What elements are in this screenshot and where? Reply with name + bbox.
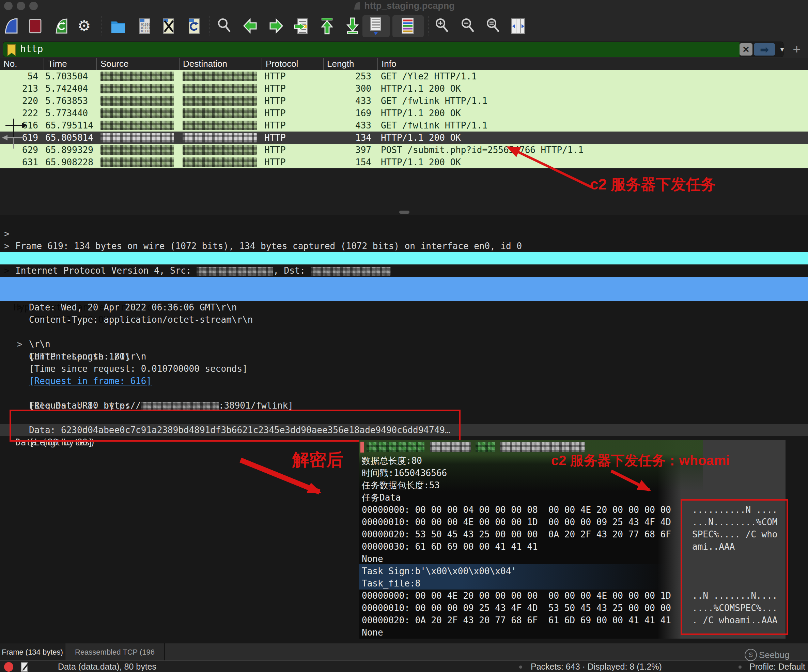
table-row[interactable]: 62965.899329 HTTP397POST /submit.php?id=…: [0, 144, 808, 156]
tab-frame-bytes[interactable]: Frame (134 bytes): [0, 644, 65, 661]
redacted-destination: [183, 96, 257, 105]
window-title: http_staging.pcapng: [364, 1, 455, 11]
detail-content-type[interactable]: Content-Type: application/octet-stream\r…: [0, 314, 808, 326]
first-packet-icon[interactable]: [319, 16, 336, 36]
table-row[interactable]: 61665.795114 HTTP433GET /fwlink HTTP/1.1: [0, 119, 808, 132]
column-length[interactable]: Length: [323, 58, 354, 70]
svg-text:01110: 01110: [141, 30, 150, 33]
terminal-line: Task_file:8: [362, 577, 420, 590]
detail-frame[interactable]: > Frame 619: 134 bytes on wire (1072 bit…: [0, 216, 808, 227]
zoom-reset-icon[interactable]: [484, 16, 501, 36]
next-packet-icon[interactable]: [267, 16, 284, 36]
display-filter-input[interactable]: http ✕ ➡ ▾: [3, 42, 783, 57]
detail-time-since[interactable]: [Time since request: 0.010700000 seconds…: [0, 363, 808, 375]
detail-tcp[interactable]: > Transmission Control Protocol, Src Por…: [0, 252, 808, 264]
annotation-ascii-redbox: [681, 499, 788, 635]
tab-reassembled-tcp[interactable]: Reassembled TCP (196 bytes): [65, 644, 165, 661]
filter-clear-button[interactable]: ✕: [740, 43, 753, 55]
zoom-in-icon[interactable]: [433, 16, 450, 36]
previous-packet-icon[interactable]: [242, 16, 259, 36]
detail-ethernet[interactable]: > Ethernet II, Src: RuijieNe_68:f3:c7 (e…: [0, 227, 808, 240]
status-bar: Data (data.data), 80 bytes Packets: 643 …: [0, 660, 808, 672]
detail-http-status[interactable]: > HTTP/1.1 200 OK\r\n: [0, 289, 808, 301]
capture-options-icon[interactable]: ⚙: [76, 16, 93, 36]
annotation-data-redbox: [10, 410, 461, 441]
table-row[interactable]: 2135.742404 HTTP300HTTP/1.1 200 OK: [0, 82, 808, 95]
terminal-line: 任务Data: [362, 491, 401, 504]
detail-content-length[interactable]: > Content-Length: 80\r\n: [0, 326, 808, 338]
filter-value[interactable]: http: [20, 43, 43, 55]
detail-http[interactable]: ∨ Hypertext Transfer Protocol: [0, 277, 808, 289]
annotation-c2-whoami: c2 服务器下发任务：whoami: [551, 451, 730, 470]
save-file-icon[interactable]: 01010 0110101110: [136, 16, 153, 36]
column-source[interactable]: Source: [97, 58, 129, 70]
terminal-line: None: [362, 553, 383, 565]
filter-apply-button[interactable]: ➡: [754, 43, 775, 55]
detail-request-in-frame-link[interactable]: [Request in frame: 616]: [0, 375, 808, 387]
table-row[interactable]: 63165.908228 HTTP154HTTP/1.1 200 OK: [0, 156, 808, 168]
wireshark-window: http_staging.pcapng ⚙ 01010 0110101110: [0, 0, 808, 672]
detail-date[interactable]: Date: Wed, 20 Apr 2022 06:36:06 GMT\r\n: [0, 301, 808, 314]
detail-reassembled[interactable]: > [2 Reassembled TCP Segments (196 bytes…: [0, 264, 808, 277]
table-row[interactable]: 2225.773440 HTTP169HTTP/1.1 200 OK: [0, 107, 808, 119]
status-profile[interactable]: Profile: Default: [750, 661, 805, 672]
column-no[interactable]: No.: [0, 58, 17, 70]
last-packet-icon[interactable]: [344, 16, 361, 36]
table-row[interactable]: 2205.763853 HTTP433GET /fwlink HTTP/1.1: [0, 95, 808, 107]
redacted-source: [100, 109, 174, 118]
find-packet-icon[interactable]: [215, 16, 233, 36]
detail-crlf[interactable]: \r\n: [0, 338, 808, 350]
hex-line: 00000000: 00 00 4E 20 00 00 00 00 00 00 …: [362, 590, 671, 602]
pane-splitter-handle[interactable]: [399, 211, 409, 214]
seebug-logo-icon: S: [745, 649, 757, 661]
redacted-source: [100, 120, 174, 130]
filter-bar: http ✕ ➡ ▾ +: [0, 40, 808, 58]
byte-view-tabs: Frame (134 bytes) Reassembled TCP (196 b…: [0, 643, 808, 661]
status-field-info[interactable]: Data (data.data), 80 bytes: [58, 661, 156, 672]
go-to-packet-icon[interactable]: [293, 16, 310, 36]
terminal-line: Task_Sign:b'\x00\x00\x00\x04': [362, 565, 516, 577]
redacted-source: [100, 72, 174, 81]
open-file-icon[interactable]: [110, 16, 127, 36]
terminal-line: 时间戳:1650436566: [362, 467, 447, 479]
title-bar[interactable]: http_staging.pcapng: [0, 0, 808, 12]
table-row-selected[interactable]: 61965.805814 HTTP134HTTP/1.1 200 OK: [0, 132, 808, 144]
toolbar-separator: [209, 16, 209, 35]
table-row[interactable]: 545.703504 HTTP253GET /Yle2 HTTP/1.1: [0, 70, 808, 82]
redacted-destination: [183, 84, 257, 94]
terminal-window[interactable]: 数据总长度:80 时间戳:1650436566 任务数据包长度:53 任务Dat…: [359, 440, 786, 639]
terminal-line: 任务数据包长度:53: [362, 479, 440, 491]
reload-file-icon[interactable]: [186, 16, 203, 36]
zoom-out-icon[interactable]: [459, 16, 476, 36]
column-info[interactable]: Info: [377, 58, 396, 70]
expert-info-icon[interactable]: [20, 662, 30, 672]
capture-file-icon[interactable]: [4, 662, 13, 672]
detail-ip[interactable]: > Internet Protocol Version 4, Src: , Ds…: [0, 240, 808, 252]
auto-scroll-icon[interactable]: [367, 16, 384, 36]
filter-add-button[interactable]: +: [788, 40, 805, 58]
redacted-prompt: [430, 442, 471, 452]
filter-dropdown-icon[interactable]: ▾: [776, 43, 788, 55]
detail-request-uri[interactable]: [Request URI: http://:38901/fwlink]: [0, 387, 808, 400]
terminal-line: 数据总长度:80: [362, 455, 422, 467]
restart-capture-icon[interactable]: [53, 16, 70, 36]
detail-response[interactable]: [HTTP response 1/1]: [0, 350, 808, 363]
close-file-icon[interactable]: [160, 16, 177, 36]
column-destination[interactable]: Destination: [179, 58, 227, 70]
svg-text:01101: 01101: [141, 26, 150, 30]
packet-list: 545.703504 HTTP253GET /Yle2 HTTP/1.1 213…: [0, 70, 808, 168]
stop-capture-icon[interactable]: [27, 16, 43, 36]
coloring-rules-icon[interactable]: [399, 16, 416, 36]
start-capture-icon[interactable]: [3, 16, 20, 36]
main-toolbar: ⚙ 01010 0110101110: [0, 12, 808, 41]
resize-columns-icon[interactable]: [509, 16, 527, 36]
column-time[interactable]: Time: [43, 58, 67, 70]
column-protocol[interactable]: Protocol: [262, 58, 298, 70]
hex-line: 00000020: 0A 20 2F 43 20 77 68 6F 61 6D …: [362, 614, 671, 626]
filter-valid-background: [3, 42, 740, 57]
annotation-decrypted: 解密后: [292, 448, 343, 471]
redacted-source: [100, 96, 174, 105]
annotation-c2-task: c2 服务器下发任务: [590, 174, 716, 195]
status-separator-dot: [519, 665, 522, 669]
redacted-destination: [183, 157, 257, 167]
